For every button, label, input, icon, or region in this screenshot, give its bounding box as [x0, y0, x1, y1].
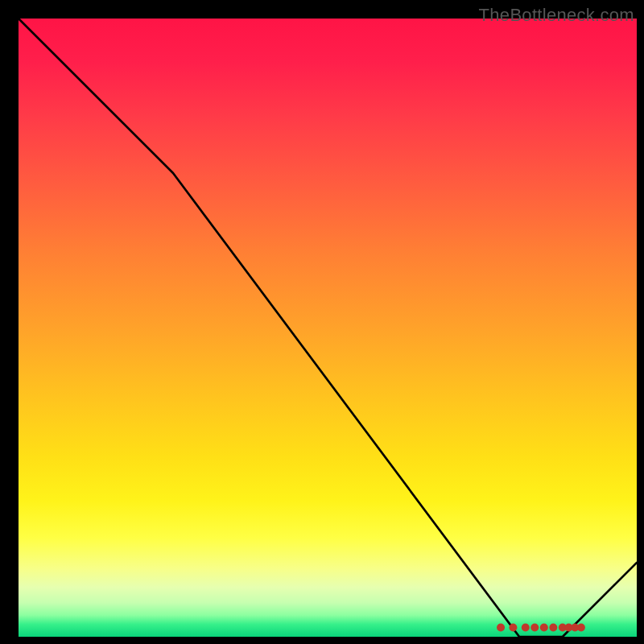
sweet-spot-marker: [540, 623, 548, 631]
bottleneck-curve: [19, 19, 637, 637]
sweet-spot-marker: [577, 623, 585, 631]
sweet-spot-marker: [497, 623, 505, 631]
sweet-spot-marker: [522, 623, 530, 631]
sweet-spot-marker: [509, 623, 517, 631]
watermark-text: TheBottleneck.com: [479, 5, 634, 26]
chart-overlay: [19, 19, 637, 637]
sweet-spot-marker: [549, 623, 557, 631]
sweet-spot-marker: [530, 623, 539, 631]
chart-stage: TheBottleneck.com: [0, 0, 644, 644]
plot-area: [19, 19, 637, 637]
